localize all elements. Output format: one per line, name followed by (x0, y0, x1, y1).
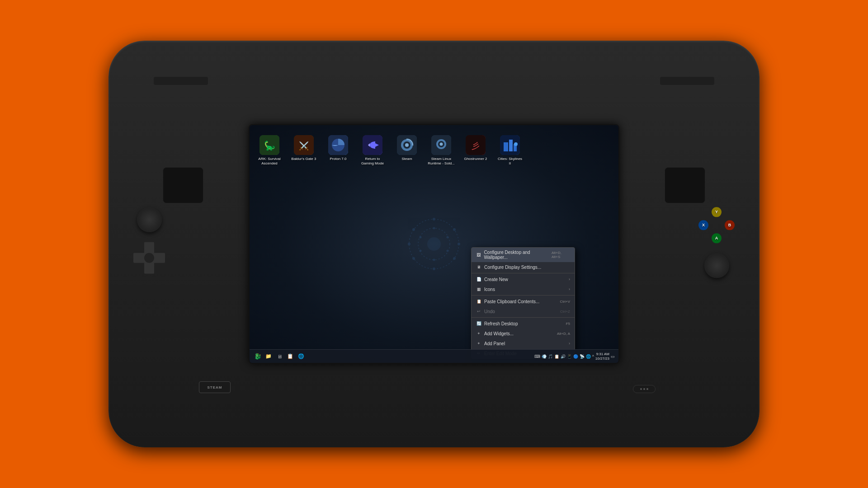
taskbar-volume-icon[interactable]: 🔊 (561, 354, 566, 359)
taskbar-right: ⌨ 💨 🎵 📋 🔊 📱 🔵 📡 🌐 ^ 9:31 AM 10/27/23 ▭ (534, 352, 615, 361)
context-menu-item-add-panel[interactable]: + Add Panel › (472, 338, 575, 348)
taskbar-bluetooth-icon[interactable]: 🔵 (573, 354, 578, 359)
add-panel-icon: + (476, 341, 481, 346)
svg-point-11 (433, 227, 435, 230)
context-menu-item-icons[interactable]: ▦ Icons › (472, 284, 575, 294)
a-button[interactable]: A (712, 233, 722, 243)
svg-point-8 (412, 257, 415, 260)
taskbar-audio-icon[interactable]: 🎵 (548, 354, 553, 359)
icons-menu-icon: ▦ (476, 286, 481, 292)
svg-point-10 (412, 228, 415, 231)
svg-rect-36 (509, 140, 513, 151)
y-button[interactable]: Y (712, 207, 722, 217)
svg-point-9 (408, 243, 410, 245)
svg-point-13 (447, 250, 449, 252)
configure-desktop-icon: 🖼 (476, 252, 481, 258)
left-touchpad[interactable] (163, 167, 203, 203)
svg-point-5 (458, 243, 460, 245)
shoulder-button-left[interactable] (154, 77, 208, 85)
svg-point-31 (440, 143, 443, 146)
undo-icon: ↩ (476, 309, 481, 314)
context-menu-item-configure-display[interactable]: 🖥 Configure Display Settings... (472, 262, 575, 272)
taskbar-show-desktop-icon[interactable]: ▭ (611, 354, 615, 359)
desktop-logo (405, 215, 463, 273)
steam-button[interactable]: STEAM (199, 381, 231, 393)
context-menu-separator-3 (472, 317, 575, 318)
svg-point-15 (420, 250, 422, 252)
add-widgets-icon: + (476, 331, 481, 336)
taskbar-network-icon[interactable]: 📡 (580, 354, 585, 359)
svg-point-12 (447, 236, 449, 239)
taskbar: 🐉 📁 🖥 📋 🌐 ⌨ 💨 🎵 📋 🔊 📱 🔵 📡 (250, 349, 618, 363)
desktop-icon-ark[interactable]: 🦕 ARK: Survival Ascended (254, 133, 285, 167)
left-thumbstick[interactable] (137, 207, 162, 232)
desktop-icon-ghostrunner[interactable]: 彡 Ghostrunner 2 (460, 133, 491, 163)
svg-point-7 (433, 267, 435, 270)
taskbar-wifi-icon[interactable]: 🌐 (586, 354, 591, 359)
dpad[interactable] (133, 242, 165, 274)
taskbar-icon-chrome[interactable]: 🌐 (297, 352, 306, 361)
svg-point-27 (405, 143, 409, 147)
desktop-icon-cities[interactable]: Cities: Skylines II (495, 133, 525, 167)
svg-rect-35 (504, 142, 508, 151)
svg-point-2 (427, 237, 441, 251)
options-button[interactable] (633, 385, 656, 393)
taskbar-clock[interactable]: 9:31 AM 10/27/23 (595, 352, 609, 361)
svg-point-14 (433, 259, 435, 261)
taskbar-expand-icon[interactable]: ^ (592, 354, 594, 359)
x-button[interactable]: X (698, 220, 708, 230)
taskbar-keyboard-icon[interactable]: ⌨ (534, 354, 540, 359)
taskbar-clipboard-icon[interactable]: 📋 (554, 354, 559, 359)
context-menu-item-add-widgets[interactable]: + Add Widgets... Alt+D, A (472, 328, 575, 338)
right-touchpad[interactable] (665, 167, 705, 203)
desktop-icon-return[interactable]: Return to Gaming Mode (357, 133, 388, 167)
svg-text:🦕: 🦕 (264, 140, 275, 151)
desktop-icons: 🦕 ARK: Survival Ascended ⚔️ Baldur's Gat… (254, 133, 525, 167)
steam-deck-body: STEAM Y B A X (108, 41, 760, 447)
taskbar-left: 🐉 📁 🖥 📋 🌐 (253, 352, 534, 361)
context-menu: 🖼 Configure Desktop and Wallpaper... Alt… (471, 247, 575, 359)
context-menu-item-configure-desktop[interactable]: 🖼 Configure Desktop and Wallpaper... Alt… (472, 248, 575, 262)
context-menu-separator-1 (472, 273, 575, 273)
taskbar-icon-files[interactable]: 📁 (264, 352, 273, 361)
b-button[interactable]: B (725, 220, 735, 230)
desktop-icon-proton[interactable]: Proton 7.0 (323, 133, 354, 163)
taskbar-icon-terminal[interactable]: 🖥 (275, 352, 284, 361)
refresh-icon: 🔄 (476, 321, 481, 326)
taskbar-icon-kde[interactable]: 🐉 (253, 352, 262, 361)
shoulder-button-right[interactable] (660, 77, 714, 85)
right-thumbstick[interactable] (704, 253, 729, 278)
configure-display-icon: 🖥 (476, 264, 481, 270)
svg-point-6 (453, 257, 456, 260)
context-menu-item-paste[interactable]: 📋 Paste Clipboard Contents... Ctrl+V (472, 296, 575, 306)
taskbar-steam-icon[interactable]: 💨 (542, 354, 547, 359)
context-menu-item-create-new[interactable]: 📄 Create New › (472, 274, 575, 284)
svg-point-38 (514, 142, 518, 146)
desktop-icon-steam-linux[interactable]: Steam Linux Runtime - Sold... (426, 133, 457, 167)
context-menu-item-refresh[interactable]: 🔄 Refresh Desktop F5 (472, 319, 575, 328)
desktop[interactable]: 🦕 ARK: Survival Ascended ⚔️ Baldur's Gat… (250, 125, 618, 363)
taskbar-battery-icon[interactable]: 📱 (567, 354, 572, 359)
svg-point-16 (420, 236, 422, 239)
create-new-icon: 📄 (476, 277, 481, 282)
context-menu-item-undo: ↩ Undo Ctrl+Z (472, 306, 575, 316)
svg-text:⚔️: ⚔️ (299, 141, 309, 151)
abxy-buttons: Y B A X (698, 207, 735, 243)
desktop-icon-bg3[interactable]: ⚔️ Baldur's Gate 3 (288, 133, 319, 163)
taskbar-icon-discover[interactable]: 📋 (286, 352, 295, 361)
paste-icon: 📋 (476, 299, 481, 304)
svg-text:彡: 彡 (472, 141, 480, 150)
desktop-icon-steam[interactable]: Steam (392, 133, 422, 163)
svg-point-4 (453, 228, 456, 231)
context-menu-separator-2 (472, 295, 575, 296)
svg-point-3 (433, 218, 435, 221)
screen: 🦕 ARK: Survival Ascended ⚔️ Baldur's Gat… (249, 124, 619, 364)
